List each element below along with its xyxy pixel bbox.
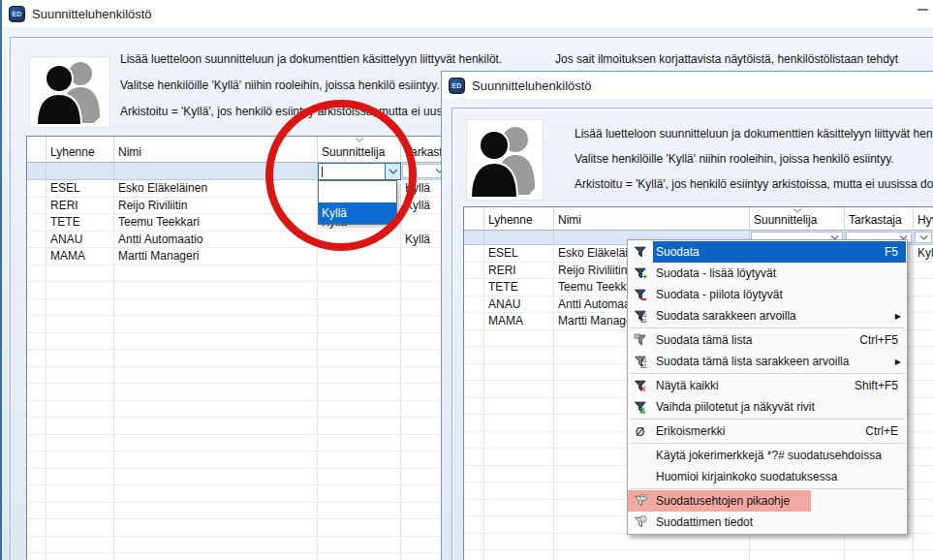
table-cell[interactable]: [914, 550, 933, 560]
menu-item-n-yt-kaikki[interactable]: ✕Näytä kaikkiShift+F5: [628, 375, 907, 396]
table-cell[interactable]: [484, 534, 554, 551]
table-cell[interactable]: [914, 466, 933, 483]
row-selector-cell[interactable]: [27, 401, 47, 419]
row-selector-cell[interactable]: [27, 553, 47, 560]
menu-item-suodata-t-m-lista-sarakkeen-arvoilla[interactable]: A1B1Suodata tämä lista sarakkeen arvoill…: [628, 351, 907, 372]
table-cell[interactable]: [47, 418, 114, 435]
row-selector-cell[interactable]: [27, 232, 47, 249]
table-cell[interactable]: [47, 384, 114, 401]
column-header-hyv-ksyj[interactable]: Hyväksyjä: [914, 207, 933, 231]
table-cell[interactable]: [914, 263, 933, 280]
table-cell[interactable]: [114, 503, 318, 520]
row-selector-cell[interactable]: [464, 398, 484, 416]
table-cell[interactable]: [114, 265, 318, 283]
table-cell[interactable]: ESEL: [484, 245, 554, 263]
table-cell[interactable]: [318, 401, 401, 419]
filter-cell[interactable]: [27, 163, 47, 180]
table-cell[interactable]: [318, 418, 401, 435]
table-cell[interactable]: [318, 485, 401, 503]
table-cell[interactable]: [318, 537, 401, 554]
table-cell[interactable]: [914, 449, 933, 466]
table-cell[interactable]: [554, 550, 750, 560]
table-empty-row[interactable]: [27, 469, 450, 486]
table-cell[interactable]: [114, 299, 318, 317]
row-selector-cell[interactable]: [27, 451, 47, 469]
table-cell[interactable]: [47, 316, 114, 333]
table-cell[interactable]: TETE: [484, 279, 554, 296]
filter-cell[interactable]: [464, 231, 484, 245]
table-empty-row[interactable]: [464, 550, 933, 560]
row-selector-header[interactable]: [27, 137, 47, 163]
menu-item-erikoismerkki[interactable]: ØErikoismerkkiCtrl+E: [628, 420, 907, 442]
row-selector-cell[interactable]: [464, 534, 484, 551]
table-cell[interactable]: [318, 299, 401, 317]
column-header-nimi[interactable]: Nimi: [554, 207, 750, 231]
menu-item-suodata-lis-l-ytyv-t[interactable]: +Suodata - lisää löytyvät: [628, 263, 907, 284]
table-cell[interactable]: [318, 265, 401, 283]
table-cell[interactable]: [318, 451, 401, 469]
table-cell[interactable]: [318, 503, 401, 520]
filter-combo-hyv-ksyj[interactable]: [915, 232, 932, 243]
table-empty-row[interactable]: [27, 316, 450, 333]
table-cell[interactable]: [114, 485, 318, 503]
row-selector-cell[interactable]: [464, 330, 484, 348]
table-cell[interactable]: [47, 299, 114, 317]
table-cell[interactable]: [318, 282, 401, 299]
row-selector-cell[interactable]: [464, 432, 484, 450]
table-cell[interactable]: MAMA: [484, 313, 554, 330]
table-cell[interactable]: [47, 350, 114, 367]
menu-item-suodata-piilota-l-ytyv-t[interactable]: Suodata - piilota löytyvät: [628, 284, 907, 305]
menu-item-suodattimen-tiedot[interactable]: iSuodattimen tiedot: [628, 512, 907, 533]
row-selector-cell[interactable]: [464, 550, 484, 560]
filter-cell-lyhenne[interactable]: [47, 163, 114, 180]
table-cell[interactable]: [47, 401, 114, 419]
table-cell[interactable]: [914, 313, 933, 330]
table-cell[interactable]: [914, 381, 933, 398]
row-selector-cell[interactable]: [27, 367, 47, 385]
table-cell[interactable]: [554, 534, 750, 551]
table-cell[interactable]: [845, 534, 914, 551]
row-selector-cell[interactable]: [464, 381, 484, 398]
table-cell[interactable]: [484, 381, 554, 398]
menu-item-suodatusehtojen-pikaohje[interactable]: ?Suodatusehtojen pikaohje: [628, 490, 907, 512]
table-cell[interactable]: RERI: [47, 198, 114, 215]
row-selector-cell[interactable]: [27, 537, 47, 554]
table-cell[interactable]: [114, 469, 318, 486]
titlebar[interactable]: ED Suunnitteluhenkilöstö: [442, 72, 933, 99]
row-selector-header[interactable]: [464, 207, 484, 231]
table-cell[interactable]: [318, 316, 401, 333]
table-cell[interactable]: [914, 279, 933, 296]
row-selector-cell[interactable]: [464, 466, 484, 483]
table-empty-row[interactable]: [27, 350, 450, 367]
table-cell[interactable]: [318, 553, 401, 560]
table-cell[interactable]: [47, 503, 114, 520]
table-cell[interactable]: [914, 398, 933, 416]
table-cell[interactable]: [914, 364, 933, 382]
table-cell[interactable]: [47, 333, 114, 351]
row-selector-cell[interactable]: [27, 519, 47, 537]
table-cell[interactable]: [484, 415, 554, 432]
row-selector-cell[interactable]: [27, 418, 47, 435]
table-cell[interactable]: [114, 333, 318, 351]
table-cell[interactable]: Antti Automaatio: [114, 232, 318, 249]
table-cell[interactable]: [318, 384, 401, 401]
row-selector-cell[interactable]: [464, 347, 484, 364]
table-cell[interactable]: [484, 347, 554, 364]
table-empty-row[interactable]: [27, 485, 450, 503]
row-selector-cell[interactable]: [27, 503, 47, 520]
table-cell[interactable]: [114, 350, 318, 367]
table-cell[interactable]: TETE: [47, 214, 114, 232]
table-cell[interactable]: [914, 296, 933, 314]
table-cell[interactable]: [114, 401, 318, 419]
table-cell[interactable]: [484, 432, 554, 450]
table-cell[interactable]: [914, 330, 933, 348]
row-selector-cell[interactable]: [27, 316, 47, 333]
table-empty-row[interactable]: [27, 299, 450, 317]
table-cell[interactable]: [318, 333, 401, 351]
table-cell[interactable]: [47, 519, 114, 537]
table-cell[interactable]: [47, 553, 114, 560]
table-cell[interactable]: MAMA: [47, 248, 114, 265]
table-cell[interactable]: [484, 500, 554, 517]
row-selector-cell[interactable]: [27, 214, 47, 232]
row-selector-cell[interactable]: [464, 296, 484, 314]
